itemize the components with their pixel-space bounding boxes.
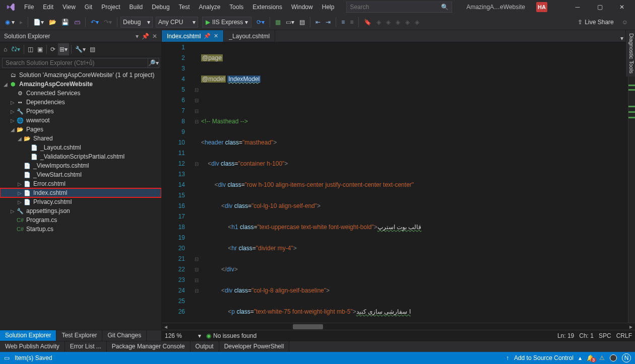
nav-back-button[interactable]: ◉▾	[3, 16, 17, 28]
tb-indent-out[interactable]: ⇤	[313, 16, 323, 28]
account-icon[interactable]: N	[622, 353, 631, 362]
run-button[interactable]: ▶ IIS Express ▾	[202, 17, 251, 28]
project-node[interactable]: ◢⬢AmazingAspCoreWebsite	[0, 80, 161, 89]
undo-button[interactable]: ↶▾	[89, 16, 101, 28]
refresh-icon[interactable]: ⟳	[49, 43, 57, 55]
live-status-icon[interactable]	[610, 354, 617, 361]
menu-extensions[interactable]: Extensions	[248, 2, 286, 13]
collapse-icon[interactable]: ◫	[26, 43, 35, 55]
menu-git[interactable]: Git	[81, 2, 96, 13]
tb-icon-g1[interactable]: ◈	[374, 16, 383, 28]
config-dropdown[interactable]: Debug▾	[120, 17, 153, 28]
tab-dropdown-icon[interactable]: ▾	[620, 35, 623, 42]
menu-analyze[interactable]: Analyze	[195, 2, 225, 13]
properties[interactable]: ▷🔧Properties	[0, 107, 161, 116]
solution-node[interactable]: 🗂Solution 'AmazingAspCoreWebsite' (1 of …	[0, 70, 161, 80]
dependencies[interactable]: ▷▪▪Dependencies	[0, 98, 161, 107]
tb-bookmark[interactable]: 🔖	[362, 16, 373, 28]
no-issues[interactable]: ◉ No issues found	[206, 332, 257, 339]
connected-services[interactable]: ⚙Connected Services	[0, 89, 161, 98]
pin-icon[interactable]: 📌	[142, 33, 149, 40]
error-file[interactable]: ▷📄Error.cshtml	[0, 179, 161, 188]
tb-icon-g2[interactable]: ◈	[384, 16, 393, 28]
menu-tools[interactable]: Tools	[225, 2, 247, 13]
zoom-dropdown-icon[interactable]: ▾	[198, 332, 201, 339]
tab-solution-explorer[interactable]: Solution Explorer	[0, 330, 56, 341]
show-all-icon[interactable]: ▣	[36, 43, 44, 55]
tb-icon-g4[interactable]: ◈	[403, 16, 412, 28]
redo-button[interactable]: ↷▾	[102, 16, 114, 28]
menu-help[interactable]: Help	[318, 2, 339, 13]
tab-layout-cshtml[interactable]: _Layout.cshtml	[224, 30, 275, 42]
wwwroot[interactable]: ▷🌐wwwroot	[0, 116, 161, 125]
layout-file[interactable]: 📄_Layout.cshtml	[0, 143, 161, 152]
add-source-control[interactable]: Add to Source Control	[514, 354, 574, 361]
save-button[interactable]: 💾	[59, 16, 71, 28]
new-item-button[interactable]: 📄▾	[31, 16, 46, 28]
tb-icon-3[interactable]: ▤	[297, 16, 307, 28]
minimize-button[interactable]: ─	[566, 0, 589, 14]
code-editor[interactable]: 1234567891011121314151617181920212223242…	[162, 42, 635, 323]
program-file[interactable]: C#Program.cs	[0, 215, 161, 225]
tb-uncomment[interactable]: ≡	[348, 16, 355, 28]
menu-edit[interactable]: Edit	[39, 2, 57, 13]
pin-icon[interactable]: 📌	[204, 33, 211, 39]
nav-fwd-button[interactable]: ▸	[18, 16, 25, 28]
scroll-left-icon[interactable]: ◂	[163, 324, 169, 330]
tb-icon-1[interactable]: ▦	[273, 16, 283, 28]
tb-icon-g3[interactable]: ◈	[394, 16, 402, 28]
tb-indent-in[interactable]: ⇥	[324, 16, 333, 28]
home-icon[interactable]: ⌂	[2, 43, 9, 55]
panel-close-icon[interactable]: ✕	[152, 33, 157, 40]
feedback-icon[interactable]: ⚠	[599, 354, 605, 361]
menu-file[interactable]: File	[20, 2, 38, 13]
viewimports-file[interactable]: 📄_ViewImports.cshtml	[0, 161, 161, 170]
tab-web-publish[interactable]: Web Publish Activity	[0, 341, 65, 352]
fold-column[interactable]: ⊟⊟⊟⊟ ⊟ ⊟⊟⊟⊟	[192, 42, 201, 323]
tab-error-list[interactable]: Error List ...	[65, 341, 107, 352]
appsettings-file[interactable]: ▷🔧appsettings.json	[0, 206, 161, 215]
valscripts-file[interactable]: 📄_ValidationScriptsPartial.cshtml	[0, 152, 161, 161]
tb-icon-2[interactable]: ▭▾	[284, 16, 296, 28]
index-file[interactable]: ▷📄Index.cshtml	[0, 188, 161, 197]
platform-dropdown[interactable]: Any CPU▾	[156, 17, 198, 28]
save-all-button[interactable]: 🗃	[72, 16, 82, 28]
wrench-icon[interactable]: 🔧▾	[74, 43, 87, 55]
notifications-bell[interactable]: 🔔3	[587, 354, 594, 361]
menu-debug[interactable]: Debug	[148, 2, 173, 13]
title-search[interactable]: 🔍	[346, 2, 452, 13]
tab-dev-powershell[interactable]: Developer PowerShell	[219, 341, 290, 352]
tab-test-explorer[interactable]: Test Explorer	[56, 330, 102, 341]
search-icon[interactable]: 🔎▾	[148, 58, 159, 68]
pages-folder[interactable]: ◢📂Pages	[0, 125, 161, 134]
menu-window[interactable]: Window	[287, 2, 317, 13]
privacy-file[interactable]: ▷📄Privacy.cshtml	[0, 197, 161, 206]
panel-search-input[interactable]	[2, 58, 148, 68]
scroll-thumb[interactable]	[293, 324, 323, 329]
diag-tools-tab[interactable]: Diagnostic Tools	[625, 30, 635, 77]
code-content[interactable]: @page @model IndexModel <!-- Masthead --…	[201, 42, 628, 323]
menu-project[interactable]: Project	[97, 2, 124, 13]
viewstart-file[interactable]: 📄_ViewStart.cshtml	[0, 170, 161, 179]
tab-output[interactable]: Output	[190, 341, 219, 352]
scroll-right-icon[interactable]: ▸	[628, 324, 634, 330]
close-button[interactable]: ✕	[611, 0, 633, 14]
sync-icon[interactable]: 🗘▾	[10, 43, 22, 55]
tab-index-cshtml[interactable]: Index.cshtml 📌 ✕	[162, 30, 224, 42]
editor-hscroll[interactable]: ◂ ▸	[162, 323, 635, 330]
panel-dropdown-icon[interactable]: ▾	[136, 33, 139, 40]
zoom-level[interactable]: 126 %	[165, 332, 193, 339]
scroll-map[interactable]	[628, 42, 635, 323]
menu-build[interactable]: Build	[125, 2, 147, 13]
tb-comment[interactable]: ≡	[339, 16, 347, 28]
tab-package-mgr[interactable]: Package Manager Console	[107, 341, 190, 352]
shared-folder[interactable]: ◢📂Shared	[0, 134, 161, 143]
refresh-button[interactable]: ⟳▾	[255, 16, 267, 28]
close-icon[interactable]: ✕	[214, 33, 218, 39]
menu-test[interactable]: Test	[175, 2, 194, 13]
output-icon[interactable]: ▭	[4, 354, 10, 361]
menu-view[interactable]: View	[58, 2, 80, 13]
live-share[interactable]: ⇪ Live Share ☺	[574, 19, 632, 26]
nest-icon[interactable]: ⊞▾	[58, 43, 69, 55]
feedback-icon[interactable]: ☺	[622, 19, 628, 26]
